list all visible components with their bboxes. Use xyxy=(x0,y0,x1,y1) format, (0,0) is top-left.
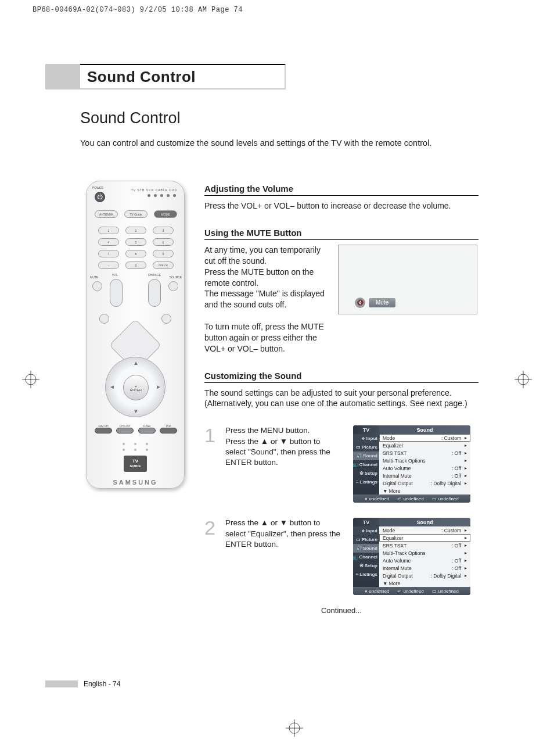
ch-rocker xyxy=(148,279,161,307)
step-2-number: 2 xyxy=(204,518,220,595)
key-dash: – xyxy=(98,261,119,269)
power-label: POWER xyxy=(92,186,103,189)
key-5: 5 xyxy=(125,238,146,246)
source-label: SOURCE xyxy=(170,275,182,279)
anynet-button-icon xyxy=(99,314,109,324)
mute-button-icon xyxy=(92,281,102,291)
led-row-1 xyxy=(123,443,148,445)
adjusting-volume-heading: Adjusting the Volume xyxy=(204,184,479,196)
nav-ring: ▲ ▼ ◄ ► ↵ ENTER xyxy=(105,357,166,417)
mode-leds xyxy=(148,194,176,197)
header-accent xyxy=(45,64,80,89)
registration-mark-icon xyxy=(22,371,39,388)
osd-panel-2: TVSound⎆Input▭Picture🔊Sound📺Channel⚙Setu… xyxy=(353,518,470,595)
step-1-text: Press the MENU button. Press the ▲ or ▼ … xyxy=(225,425,343,503)
registration-mark-icon xyxy=(515,371,532,388)
enter-label: ENTER xyxy=(130,388,142,392)
right-arrow-icon: ► xyxy=(156,384,161,390)
page: Sound Control Sound Control You can cont… xyxy=(33,22,521,731)
favch-group: FAV.CH xyxy=(95,424,112,433)
step-1: 1 Press the MENU button. Press the ▲ or … xyxy=(204,425,343,503)
section-title: Sound Control xyxy=(80,109,181,127)
header-bar: Sound Control xyxy=(45,64,286,89)
customizing-block: Customizing the Sound The sound settings… xyxy=(204,371,479,410)
vol-label: VOL xyxy=(112,273,118,277)
key-9: 9 xyxy=(153,250,174,257)
key-2: 2 xyxy=(125,227,146,234)
mute-badge: Mute xyxy=(369,298,395,307)
mode-labels: TV STB VCR CABLE DVD xyxy=(131,188,177,192)
mute-speaker-icon: 🔇 xyxy=(355,298,365,308)
mute-body-2: To turn mute off, press the MUTE button … xyxy=(204,321,332,354)
chlist-group: CH LIST xyxy=(116,424,134,433)
enter-button: ↵ ENTER xyxy=(123,375,149,400)
mute-block: Using the MUTE Button At any time, you c… xyxy=(204,228,479,354)
mute-osd-panel: 🔇 Mute xyxy=(338,245,477,314)
key-8: 8 xyxy=(125,250,146,257)
mute-label: MUTE xyxy=(90,275,98,279)
customizing-heading: Customizing the Sound xyxy=(204,371,479,383)
key-7: 7 xyxy=(98,250,119,257)
vol-rocker xyxy=(110,279,123,307)
crop-header: BP68-00469A-02(074~083) 9/2/05 10:38 AM … xyxy=(33,6,243,14)
key-4: 4 xyxy=(98,238,119,246)
footer-label: English - 74 xyxy=(84,680,120,688)
intro-text: You can control and customize the sound … xyxy=(80,138,475,148)
mode-button: MODE xyxy=(154,210,177,218)
header-title-box: Sound Control xyxy=(80,64,286,89)
remote-control-illustration: POWER TV STB VCR CABLE DVD ANTENNA TV Gu… xyxy=(86,181,185,489)
power-button-icon xyxy=(95,192,105,202)
led-row-2 xyxy=(123,449,148,451)
left-arrow-icon: ◄ xyxy=(109,384,115,390)
registration-mark-icon xyxy=(286,719,303,737)
dnet-group: D-Net xyxy=(138,424,156,433)
osd-panel-1: TVSound⎆Input▭Picture🔊Sound📺Channel⚙Setu… xyxy=(353,425,470,503)
adjusting-volume-block: Adjusting the Volume Press the VOL+ or V… xyxy=(204,184,479,212)
key-1: 1 xyxy=(98,227,119,234)
pip-group: PIP xyxy=(160,424,177,433)
customizing-body: The sound settings can be adjusted to su… xyxy=(204,388,479,410)
tvguide-logo: TVGUIDE xyxy=(124,456,147,472)
key-6: 6 xyxy=(153,238,174,246)
up-arrow-icon: ▲ xyxy=(133,360,139,366)
source-button-icon xyxy=(168,281,178,291)
step-1-number: 1 xyxy=(204,425,220,503)
step-2: 2 Press the ▲ or ▼ button to select "Equ… xyxy=(204,518,343,595)
brand-label: SAMSUNG xyxy=(87,479,184,486)
content-column: Adjusting the Volume Press the VOL+ or V… xyxy=(204,184,479,595)
enter-icon: ↵ xyxy=(135,384,138,388)
key-3: 3 xyxy=(153,227,174,234)
continued-label: Continued... xyxy=(204,606,479,615)
info-button-icon xyxy=(161,314,171,324)
tvguide-button: TV Guide xyxy=(124,210,148,218)
key-0: 0 xyxy=(125,261,146,269)
mute-heading: Using the MUTE Button xyxy=(204,228,479,240)
page-footer: English - 74 xyxy=(45,680,120,688)
chpage-label: CH/PAGE xyxy=(148,273,161,277)
antenna-button: ANTENNA xyxy=(95,210,118,218)
header-title: Sound Control xyxy=(87,68,196,86)
adjusting-volume-body: Press the VOL+ or VOL– button to increas… xyxy=(204,200,479,212)
step-2-text: Press the ▲ or ▼ button to select "Equal… xyxy=(225,518,343,595)
down-arrow-icon: ▼ xyxy=(133,408,139,414)
footer-accent xyxy=(45,680,78,687)
mute-body: At any time, you can temporarily cut off… xyxy=(204,245,326,310)
key-prech: PRE-CH xyxy=(153,261,174,269)
